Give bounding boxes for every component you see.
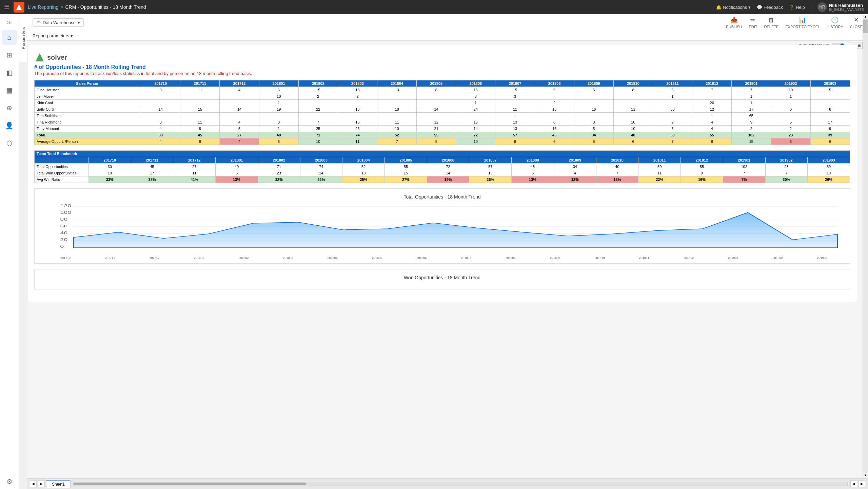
user-menu[interactable]: NR Nils Rasmussen I9_SALES_ANALYSTE [817, 2, 864, 12]
table-row: Kirin Cool112261 [35, 100, 850, 106]
table-cell: 5 [574, 87, 613, 93]
table-cell: 8 [180, 126, 220, 132]
table-cell: 14 [417, 106, 456, 113]
expand-sidebar-button[interactable]: ≫ [5, 18, 14, 27]
scroll-left-end-button[interactable]: ◀ [850, 481, 857, 487]
svg-text:80: 80 [60, 218, 67, 221]
chart-x-label: 201805 [372, 256, 382, 260]
chart-x-label: 201808 [506, 256, 516, 260]
table-header-201903: 201903 [810, 80, 850, 87]
benchmark-cell: 26% [469, 176, 512, 183]
table-cell: 4 [692, 126, 732, 132]
benchmark-cell: 27 [173, 164, 216, 170]
horizontal-scrollbar[interactable] [73, 482, 848, 486]
table-cell: 5 [535, 87, 574, 93]
hamburger-icon[interactable]: ☰ [4, 3, 9, 11]
benchmark-cell: 41% [173, 176, 216, 183]
benchmark-cell: 40 [216, 164, 258, 170]
close-button[interactable]: ✕ CLOSE [850, 16, 863, 29]
bench-header-201803: 201803 [300, 157, 342, 164]
bench-header-201810: 201810 [596, 157, 638, 164]
sidebar-item-settings[interactable]: ⚙ [2, 474, 17, 489]
warehouse-icon: 🗃 [36, 20, 41, 25]
table-cell: 8 [574, 119, 613, 126]
sheet-tab-1[interactable]: Sheet1 [46, 480, 71, 488]
table-cell [298, 113, 338, 119]
help-button[interactable]: ❓ Help [789, 5, 805, 10]
table-cell: 5 [220, 126, 259, 132]
data-warehouse-button[interactable]: 🗃 Data Warehouse ▾ [33, 18, 84, 27]
benchmark-cell: 32% [300, 176, 342, 183]
benchmark-cell: 74 [300, 164, 342, 170]
history-button[interactable]: 🕐 HISTORY [827, 16, 843, 29]
total-cell: 57 [495, 132, 535, 138]
scroll-up-button[interactable]: ▲ [863, 14, 868, 20]
total-cell: 74 [338, 132, 377, 138]
benchmark-cell: 40 [596, 164, 638, 170]
benchmark-cell: 102 [723, 164, 765, 170]
table-cell: 30 [653, 106, 692, 113]
benchmark-cell: 52 [342, 164, 385, 170]
parameters-tab[interactable]: Parameters [19, 14, 27, 62]
benchmark-row: Avg Win Ratio33%38%41%13%32%32%25%27%19%… [35, 176, 850, 183]
benchmark-cell: 27% [385, 176, 427, 183]
benchmark-cell: 55 [385, 164, 427, 170]
table-cell [810, 93, 850, 100]
sidebar-item-dashboards[interactable]: ◧ [2, 65, 17, 80]
table-cell: 9 [653, 119, 692, 126]
benchmark-cell: 23 [258, 170, 300, 176]
top-navigation: ☰ Live Reporting > CRM - Opportunities -… [0, 0, 868, 14]
table-cell: 13 [338, 87, 377, 93]
table-cell: 1 [732, 100, 771, 106]
average-cell: 4 [220, 138, 259, 145]
sheet-next-button[interactable]: ▶ [38, 481, 45, 487]
table-cell [495, 100, 535, 106]
table-cell: 3 [259, 119, 298, 126]
report-container[interactable]: solver # of Opportunities - 18 Month Rol… [22, 39, 863, 478]
sidebar-item-home[interactable]: ⌂ [2, 30, 17, 45]
chart-x-label: 201807 [461, 256, 471, 260]
chart-x-label: 201812 [684, 256, 694, 260]
sidebar-item-reports[interactable]: ⊞ [2, 48, 17, 62]
table-cell [456, 113, 495, 119]
breadcrumb-home[interactable]: Live Reporting [28, 4, 58, 10]
table-row: Tam Suthitham1165 [35, 113, 850, 119]
table-cell [810, 100, 850, 106]
average-cell: 6 [535, 138, 574, 145]
total-row: Total30452740717452557257453440505510223… [35, 132, 850, 138]
report-parameters-button[interactable]: Report parameters ▾ [33, 33, 73, 38]
cell-salesperson: Sally Curtlin [35, 106, 141, 113]
average-cell: 6 [259, 138, 298, 145]
publish-button[interactable]: 📤 PUBLISH [726, 16, 742, 29]
export-excel-button[interactable]: 📊 EXPORT TO EXCEL [785, 16, 820, 29]
table-cell [259, 113, 298, 119]
table-cell: 25 [298, 126, 338, 132]
notifications-button[interactable]: 🔔 Notifications ▾ [716, 5, 751, 10]
benchmark-cell: 57 [469, 164, 512, 170]
feedback-button[interactable]: 💬 Feedback [757, 5, 783, 10]
scroll-down-button[interactable]: ▼ [863, 473, 868, 478]
table-cell [574, 93, 613, 100]
table-cell: 9 [810, 126, 850, 132]
table-cell: 15 [495, 87, 535, 93]
table-cell: 6 [653, 87, 692, 93]
bench-header-201806: 201806 [427, 157, 469, 164]
scroll-right-end-button[interactable]: ▶ [859, 481, 865, 487]
table-cell [613, 100, 653, 106]
sidebar-item-budgets[interactable]: ▦ [2, 83, 17, 98]
breadcrumb: Live Reporting > CRM - Opportunities - 1… [28, 4, 146, 10]
table-cell: 9 [141, 87, 180, 93]
home-icon: ⌂ [7, 34, 11, 41]
sidebar-item-users[interactable]: 👤 [2, 118, 17, 133]
benchmark-cell: 30% [765, 176, 808, 183]
table-cell: 18 [338, 106, 377, 113]
delete-button[interactable]: 🗑 DELETE [764, 17, 779, 29]
bench-header-201712: 201712 [173, 157, 216, 164]
sidebar-item-shapes[interactable]: ⬡ [2, 136, 17, 151]
sidebar-item-add[interactable]: ⊕ [2, 100, 17, 115]
edit-button[interactable]: ✏ EDIT [749, 16, 757, 29]
scroll-thumb[interactable] [863, 20, 868, 33]
sheet-prev-button[interactable]: ◀ [30, 481, 37, 487]
vertical-scrollbar[interactable]: ▲ ▼ [863, 14, 868, 478]
scroll-track[interactable] [863, 20, 868, 473]
